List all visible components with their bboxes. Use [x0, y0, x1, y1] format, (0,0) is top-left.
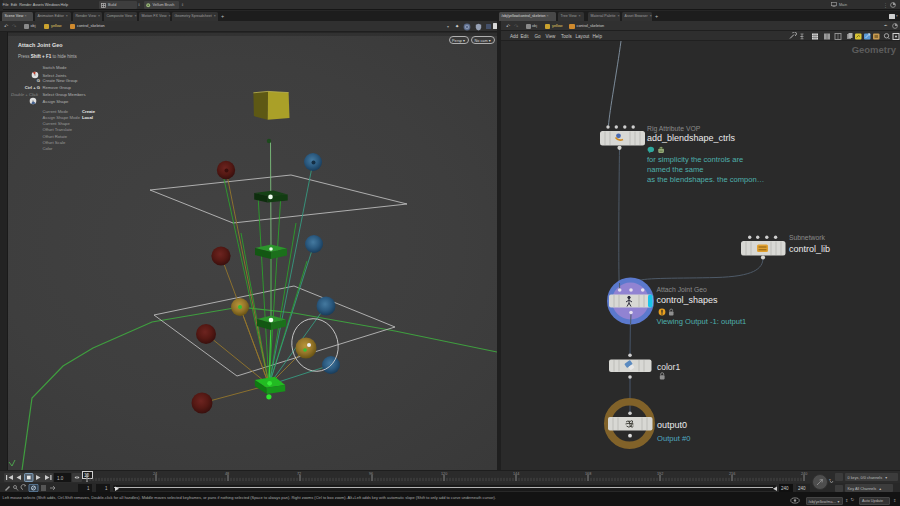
svg-text:72: 72 [297, 472, 301, 476]
svg-text:216: 216 [729, 472, 735, 476]
svg-text:24: 24 [153, 472, 157, 476]
svg-text:168: 168 [585, 472, 591, 476]
svg-text:96: 96 [369, 472, 373, 476]
svg-text:120: 120 [441, 472, 447, 476]
svg-text:240: 240 [801, 472, 807, 476]
svg-text:48: 48 [225, 472, 229, 476]
svg-text:192: 192 [657, 472, 663, 476]
svg-text:144: 144 [513, 472, 519, 476]
